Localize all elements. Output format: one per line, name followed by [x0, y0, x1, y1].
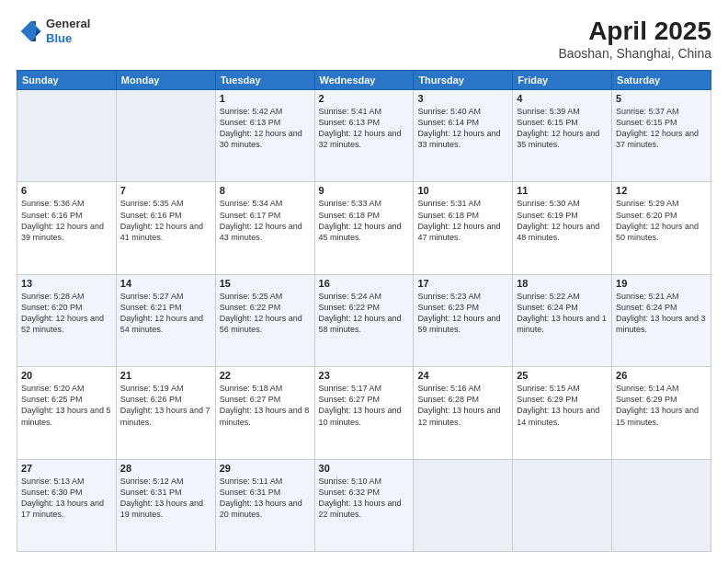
- day-number: 10: [417, 185, 508, 196]
- day-number: 8: [220, 185, 311, 196]
- cell-info: Sunrise: 5:37 AMSunset: 6:15 PMDaylight:…: [616, 106, 707, 151]
- day-number: 6: [21, 185, 112, 196]
- calendar-cell: 30Sunrise: 5:10 AMSunset: 6:32 PMDayligh…: [314, 459, 414, 551]
- calendar-cell: 21Sunrise: 5:19 AMSunset: 6:26 PMDayligh…: [116, 367, 215, 459]
- cell-info: Sunrise: 5:35 AMSunset: 6:16 PMDaylight:…: [120, 198, 211, 243]
- day-number: 29: [220, 463, 311, 474]
- calendar-cell: 8Sunrise: 5:34 AMSunset: 6:17 PMDaylight…: [215, 182, 314, 274]
- day-number: 3: [417, 93, 508, 104]
- day-number: 1: [220, 93, 311, 104]
- logo: General Blue: [17, 17, 90, 45]
- calendar-cell: 28Sunrise: 5:12 AMSunset: 6:31 PMDayligh…: [116, 459, 215, 551]
- calendar-cell: 7Sunrise: 5:35 AMSunset: 6:16 PMDaylight…: [116, 182, 215, 274]
- calendar-cell: 12Sunrise: 5:29 AMSunset: 6:20 PMDayligh…: [612, 182, 711, 274]
- day-header-wednesday: Wednesday: [314, 71, 414, 90]
- calendar-cell: 9Sunrise: 5:33 AMSunset: 6:18 PMDaylight…: [314, 182, 414, 274]
- week-row-3: 13Sunrise: 5:28 AMSunset: 6:20 PMDayligh…: [17, 274, 711, 366]
- calendar-cell: 3Sunrise: 5:40 AMSunset: 6:14 PMDaylight…: [414, 90, 513, 182]
- cell-info: Sunrise: 5:33 AMSunset: 6:18 PMDaylight:…: [319, 198, 410, 243]
- cell-info: Sunrise: 5:24 AMSunset: 6:22 PMDaylight:…: [319, 291, 410, 336]
- week-row-1: 1Sunrise: 5:42 AMSunset: 6:13 PMDaylight…: [17, 90, 711, 182]
- calendar-cell: [116, 90, 215, 182]
- cell-info: Sunrise: 5:31 AMSunset: 6:18 PMDaylight:…: [417, 198, 508, 243]
- cell-info: Sunrise: 5:12 AMSunset: 6:31 PMDaylight:…: [120, 476, 211, 521]
- calendar-cell: 10Sunrise: 5:31 AMSunset: 6:18 PMDayligh…: [414, 182, 513, 274]
- cell-info: Sunrise: 5:39 AMSunset: 6:15 PMDaylight:…: [517, 106, 608, 151]
- cell-info: Sunrise: 5:15 AMSunset: 6:29 PMDaylight:…: [517, 383, 608, 428]
- calendar-cell: 16Sunrise: 5:24 AMSunset: 6:22 PMDayligh…: [314, 274, 414, 366]
- calendar-cell: 26Sunrise: 5:14 AMSunset: 6:29 PMDayligh…: [612, 367, 711, 459]
- cell-info: Sunrise: 5:28 AMSunset: 6:20 PMDaylight:…: [21, 291, 112, 336]
- title-block: April 2025 Baoshan, Shanghai, China: [558, 17, 711, 61]
- calendar-cell: 29Sunrise: 5:11 AMSunset: 6:31 PMDayligh…: [215, 459, 314, 551]
- day-number: 26: [616, 370, 707, 381]
- week-row-4: 20Sunrise: 5:20 AMSunset: 6:25 PMDayligh…: [17, 367, 711, 459]
- day-number: 23: [319, 370, 410, 381]
- header: General Blue April 2025 Baoshan, Shangha…: [17, 17, 711, 61]
- cell-info: Sunrise: 5:30 AMSunset: 6:19 PMDaylight:…: [517, 198, 608, 243]
- calendar-cell: 1Sunrise: 5:42 AMSunset: 6:13 PMDaylight…: [215, 90, 314, 182]
- day-number: 13: [21, 278, 112, 289]
- day-number: 14: [120, 278, 211, 289]
- cell-info: Sunrise: 5:42 AMSunset: 6:13 PMDaylight:…: [220, 106, 311, 151]
- calendar-cell: 22Sunrise: 5:18 AMSunset: 6:27 PMDayligh…: [215, 367, 314, 459]
- day-number: 19: [616, 278, 707, 289]
- day-number: 4: [517, 93, 608, 104]
- day-header-saturday: Saturday: [612, 71, 711, 90]
- day-number: 2: [319, 93, 410, 104]
- day-header-sunday: Sunday: [17, 71, 117, 90]
- logo-text: General Blue: [46, 17, 90, 45]
- day-header-friday: Friday: [513, 71, 612, 90]
- cell-info: Sunrise: 5:10 AMSunset: 6:32 PMDaylight:…: [319, 476, 410, 521]
- cell-info: Sunrise: 5:29 AMSunset: 6:20 PMDaylight:…: [616, 198, 707, 243]
- cell-info: Sunrise: 5:18 AMSunset: 6:27 PMDaylight:…: [220, 383, 311, 428]
- day-number: 18: [517, 278, 608, 289]
- cell-info: Sunrise: 5:34 AMSunset: 6:17 PMDaylight:…: [220, 198, 311, 243]
- week-row-2: 6Sunrise: 5:36 AMSunset: 6:16 PMDaylight…: [17, 182, 711, 274]
- logo-blue: Blue: [46, 31, 90, 46]
- cell-info: Sunrise: 5:11 AMSunset: 6:31 PMDaylight:…: [220, 476, 311, 521]
- day-number: 25: [517, 370, 608, 381]
- calendar-cell: 13Sunrise: 5:28 AMSunset: 6:20 PMDayligh…: [17, 274, 117, 366]
- cell-info: Sunrise: 5:16 AMSunset: 6:28 PMDaylight:…: [417, 383, 508, 428]
- cell-info: Sunrise: 5:14 AMSunset: 6:29 PMDaylight:…: [616, 383, 707, 428]
- calendar-cell: 14Sunrise: 5:27 AMSunset: 6:21 PMDayligh…: [116, 274, 215, 366]
- day-number: 11: [517, 185, 608, 196]
- cell-info: Sunrise: 5:41 AMSunset: 6:13 PMDaylight:…: [319, 106, 410, 151]
- day-number: 15: [220, 278, 311, 289]
- calendar-cell: [513, 459, 612, 551]
- calendar-cell: 15Sunrise: 5:25 AMSunset: 6:22 PMDayligh…: [215, 274, 314, 366]
- day-header-monday: Monday: [116, 71, 215, 90]
- logo-general: General: [46, 17, 90, 31]
- day-number: 17: [417, 278, 508, 289]
- calendar-cell: 6Sunrise: 5:36 AMSunset: 6:16 PMDaylight…: [17, 182, 117, 274]
- cell-info: Sunrise: 5:27 AMSunset: 6:21 PMDaylight:…: [120, 291, 211, 336]
- cell-info: Sunrise: 5:22 AMSunset: 6:24 PMDaylight:…: [517, 291, 608, 336]
- calendar-cell: [414, 459, 513, 551]
- day-number: 12: [616, 185, 707, 196]
- cell-info: Sunrise: 5:23 AMSunset: 6:23 PMDaylight:…: [417, 291, 508, 336]
- cell-info: Sunrise: 5:21 AMSunset: 6:24 PMDaylight:…: [616, 291, 707, 336]
- day-headers-row: SundayMondayTuesdayWednesdayThursdayFrid…: [17, 71, 711, 90]
- day-number: 16: [319, 278, 410, 289]
- calendar-cell: 23Sunrise: 5:17 AMSunset: 6:27 PMDayligh…: [314, 367, 414, 459]
- day-number: 9: [319, 185, 410, 196]
- calendar-cell: 25Sunrise: 5:15 AMSunset: 6:29 PMDayligh…: [513, 367, 612, 459]
- cell-info: Sunrise: 5:13 AMSunset: 6:30 PMDaylight:…: [21, 476, 112, 521]
- day-number: 20: [21, 370, 112, 381]
- calendar-cell: 11Sunrise: 5:30 AMSunset: 6:19 PMDayligh…: [513, 182, 612, 274]
- day-number: 21: [120, 370, 211, 381]
- day-header-thursday: Thursday: [414, 71, 513, 90]
- location-subtitle: Baoshan, Shanghai, China: [558, 46, 711, 61]
- calendar-cell: [612, 459, 711, 551]
- calendar-cell: 24Sunrise: 5:16 AMSunset: 6:28 PMDayligh…: [414, 367, 513, 459]
- month-year-title: April 2025: [558, 17, 711, 46]
- day-number: 7: [120, 185, 211, 196]
- cell-info: Sunrise: 5:20 AMSunset: 6:25 PMDaylight:…: [21, 383, 112, 428]
- logo-icon: [17, 18, 42, 44]
- cell-info: Sunrise: 5:19 AMSunset: 6:26 PMDaylight:…: [120, 383, 211, 428]
- day-number: 22: [220, 370, 311, 381]
- calendar-cell: [17, 90, 117, 182]
- cell-info: Sunrise: 5:17 AMSunset: 6:27 PMDaylight:…: [319, 383, 410, 428]
- day-number: 5: [616, 93, 707, 104]
